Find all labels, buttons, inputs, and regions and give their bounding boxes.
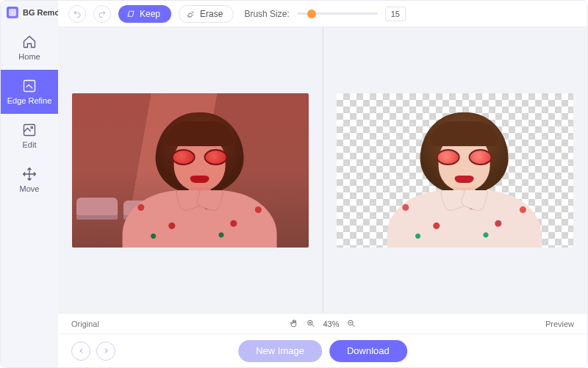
bottom-actions: New Image Download [238,340,407,362]
home-icon [22,35,37,49]
sidebar-item-edit[interactable]: Edit [1,114,58,158]
next-image-button[interactable] [96,342,115,361]
sidebar-item-label: Home [18,52,40,61]
svg-point-2 [31,126,33,129]
bangs-shape [431,121,498,146]
redo-icon [98,10,107,18]
keep-icon [126,10,135,18]
mask-overlay [72,93,309,248]
new-image-button[interactable]: New Image [238,340,322,362]
edit-icon [22,123,37,137]
download-label: Download [347,345,390,356]
keep-tool-button[interactable]: Keep [118,5,171,23]
move-icon [22,167,37,181]
new-image-label: New Image [256,345,304,356]
brush-size-slider-wrap [297,12,378,15]
brush-size-label: Brush Size: [244,9,289,19]
blouse-shape [387,190,542,248]
zoom-percent: 43% [323,320,339,328]
app-window: BG Remover Home Edge Refine Edit Move [0,0,588,368]
hand-pan-icon[interactable] [289,319,298,328]
app-brand: BG Remover [1,1,58,26]
bow-shape [442,190,487,211]
zoom-out-icon[interactable] [347,319,356,328]
undo-button[interactable] [68,5,86,23]
redo-button[interactable] [93,5,111,23]
chevron-right-icon [102,347,110,355]
sidebar: BG Remover Home Edge Refine Edit Move [1,1,58,367]
zoom-controls: 43% [289,319,356,328]
main-area: Keep Erase Brush Size: 15 [58,1,587,367]
keep-label: Keep [140,9,160,19]
lips-shape [455,176,474,183]
compare-panes [58,27,587,313]
bottom-bar: New Image Download [58,333,587,367]
sidebar-item-edge-refine[interactable]: Edge Refine [1,70,58,114]
edge-refine-icon [22,79,37,93]
undo-icon [73,10,82,18]
preview-pane[interactable] [323,27,587,313]
erase-tool-button[interactable]: Erase [179,5,234,23]
brush-size-slider[interactable] [297,12,378,15]
brush-size-value: 15 [385,7,406,21]
sidebar-item-move[interactable]: Move [1,158,58,202]
zoom-in-icon[interactable] [306,319,315,328]
top-toolbar: Keep Erase Brush Size: 15 [58,1,587,27]
sunglasses-shape [437,149,492,165]
download-button[interactable]: Download [329,340,407,362]
prev-image-button[interactable] [71,342,90,361]
sidebar-item-label: Edge Refine [7,96,52,105]
status-bar: Original 43% Preview [58,313,587,333]
original-image [72,93,309,248]
preview-image [337,93,573,248]
sidebar-item-label: Edit [23,140,37,149]
app-logo-icon [7,7,18,18]
preview-caption: Preview [545,320,574,328]
sidebar-item-label: Move [20,184,40,193]
erase-icon [187,10,196,18]
chevron-left-icon [77,347,85,355]
original-caption: Original [71,320,99,328]
sidebar-item-home[interactable]: Home [1,26,58,70]
person-figure [387,108,542,248]
original-pane[interactable] [58,27,323,313]
erase-label: Erase [200,9,223,19]
